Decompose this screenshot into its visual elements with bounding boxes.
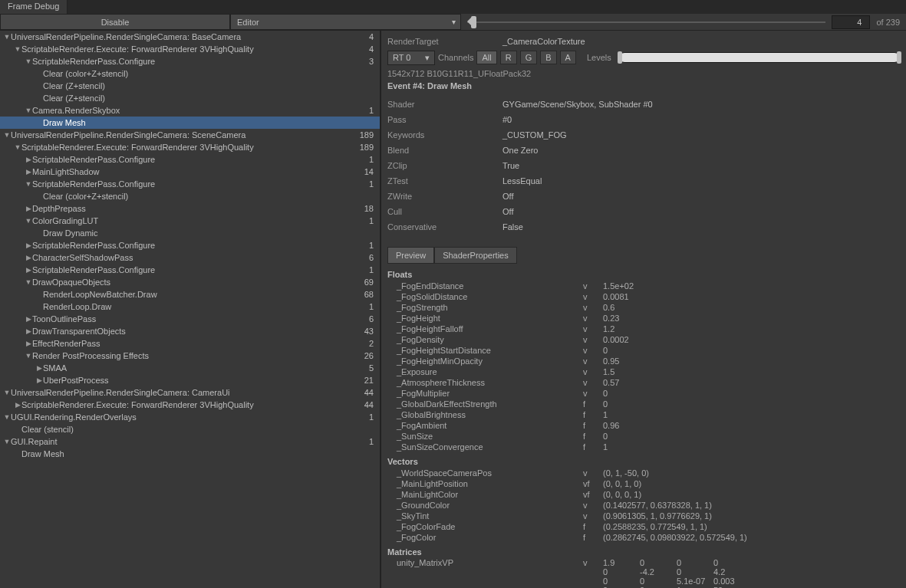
disable-button[interactable]: Disable [0, 14, 230, 30]
tree-row[interactable]: UniversalRenderPipeline.RenderSingleCame… [0, 31, 380, 43]
tree-row[interactable]: UGUI.Rendering.RenderOverlays1 [0, 411, 380, 423]
tree-label: GUI.Repaint [11, 437, 369, 446]
channel-r-button[interactable]: R [500, 51, 517, 64]
fold-toggle[interactable] [3, 131, 11, 139]
levels-slider[interactable] [619, 52, 900, 63]
tree-row[interactable]: GUI.Repaint1 [0, 435, 380, 448]
fold-toggle[interactable] [25, 241, 32, 249]
fold-toggle[interactable] [25, 254, 32, 261]
channel-b-button[interactable]: B [540, 51, 556, 64]
tree-count: 1 [369, 216, 374, 225]
tree-row[interactable]: ColorGradingLUT1 [0, 215, 380, 227]
fold-toggle[interactable] [14, 45, 21, 53]
tree-row[interactable]: UniversalRenderPipeline.RenderSingleCame… [0, 129, 380, 141]
state-label: Shader [387, 100, 502, 109]
event-index-input[interactable]: 4 [832, 15, 870, 29]
shader-state-row: ZWriteOff [387, 189, 900, 204]
prop-name: _GlobalDarkEffectStrength [387, 399, 583, 409]
preview-tab[interactable]: Preview [387, 247, 434, 264]
tree-row[interactable]: ScriptableRenderPass.Configure1 [0, 264, 380, 276]
tree-row[interactable]: Camera.RenderSkybox1 [0, 104, 380, 117]
target-dropdown[interactable]: Editor [230, 14, 461, 30]
tree-row[interactable]: Draw Dynamic [0, 227, 380, 239]
fold-toggle[interactable] [25, 327, 32, 335]
fold-toggle[interactable] [14, 401, 21, 409]
tree-row[interactable]: UberPostProcess21 [0, 374, 380, 386]
tree-row[interactable]: RenderLoop.Draw1 [0, 301, 380, 313]
tab-frame-debug[interactable]: Frame Debug [0, 0, 68, 14]
fold-toggle[interactable] [25, 180, 32, 188]
fold-toggle[interactable] [14, 143, 21, 151]
tree-row[interactable]: DrawTransparentObjects43 [0, 325, 380, 337]
tree-row[interactable]: Clear (color+Z+stencil) [0, 190, 380, 202]
fold-toggle[interactable] [3, 33, 11, 41]
tree-count: 1 [369, 412, 374, 422]
prop-value: (0, 1, -50, 0) [603, 468, 900, 478]
tree-row[interactable]: ScriptableRenderer.Execute: ForwardRende… [0, 399, 380, 411]
fold-toggle[interactable] [25, 205, 32, 212]
tree-label: Clear (Z+stencil) [43, 81, 374, 90]
tree-row[interactable]: ScriptableRenderPass.Configure1 [0, 239, 380, 251]
tree-row[interactable]: Draw Mesh [0, 117, 380, 129]
prop-value: 0.0002 [603, 335, 900, 344]
property-row: _FogColorf(0.2862745, 0.09803922, 0.5725… [387, 532, 900, 543]
channel-all-button[interactable]: All [476, 51, 496, 64]
fold-toggle[interactable] [25, 340, 32, 347]
prop-type: v [583, 314, 603, 323]
fold-toggle[interactable] [3, 413, 11, 421]
fold-toggle[interactable] [25, 168, 32, 176]
channel-g-button[interactable]: G [520, 51, 538, 64]
channel-a-button[interactable]: A [560, 51, 576, 64]
property-row: _FogMultiplierv0 [387, 388, 900, 399]
fold-toggle[interactable] [25, 278, 32, 286]
property-row: _FogColorFadef(0.2588235, 0.772549, 1, 1… [387, 521, 900, 532]
tree-row[interactable]: SMAA5 [0, 362, 380, 374]
fold-toggle[interactable] [25, 156, 32, 163]
matrix-cell: 0 [677, 567, 713, 577]
tree-row[interactable]: ToonOutlinePass6 [0, 313, 380, 325]
prop-name: _MainLightPosition [387, 479, 583, 488]
tree-label: DrawOpaqueObjects [32, 278, 364, 287]
fold-toggle[interactable] [3, 389, 11, 396]
tree-row[interactable]: Clear (color+Z+stencil) [0, 67, 380, 80]
tree-row[interactable]: ScriptableRenderer.Execute: ForwardRende… [0, 43, 380, 55]
tree-count: 14 [364, 167, 374, 176]
fold-toggle[interactable] [25, 266, 32, 274]
tree-row[interactable]: EffectRenderPass2 [0, 337, 380, 350]
prop-value: 0.23 [603, 314, 900, 323]
event-slider[interactable] [467, 21, 825, 23]
tree-row[interactable]: DepthPrepass18 [0, 202, 380, 215]
tree-row[interactable]: Draw Mesh [0, 448, 380, 460]
tree-row[interactable]: ScriptableRenderPass.Configure1 [0, 178, 380, 190]
slider-thumb[interactable] [471, 16, 476, 28]
tree-row[interactable]: ScriptableRenderPass.Configure3 [0, 55, 380, 67]
tree-count: 189 [360, 143, 374, 152]
tree-row[interactable]: Clear (stencil) [0, 423, 380, 435]
fold-toggle[interactable] [25, 57, 32, 65]
tree-row[interactable]: ScriptableRenderer.Execute: ForwardRende… [0, 141, 380, 153]
tree-row[interactable]: Clear (Z+stencil) [0, 80, 380, 92]
prop-type: f [583, 442, 603, 452]
tree-row[interactable]: CharacterSelfShadowPass6 [0, 251, 380, 264]
tree-row[interactable]: Clear (Z+stencil) [0, 92, 380, 104]
fold-toggle[interactable] [3, 438, 11, 445]
fold-toggle[interactable] [25, 352, 32, 360]
state-value: Off [502, 192, 513, 201]
fold-toggle[interactable] [25, 217, 32, 225]
tree-row[interactable]: MainLightShadow14 [0, 166, 380, 178]
tree-row[interactable]: ScriptableRenderPass.Configure1 [0, 153, 380, 166]
tree-row[interactable]: DrawOpaqueObjects69 [0, 276, 380, 288]
fold-toggle[interactable] [35, 364, 43, 372]
fold-toggle[interactable] [25, 315, 32, 323]
tree-row[interactable]: RenderLoopNewBatcher.Draw68 [0, 288, 380, 301]
fold-toggle[interactable] [25, 107, 32, 114]
rt-dropdown[interactable]: RT 0▾ [387, 51, 435, 65]
property-row: _GroundColorv(0.1402577, 0.6378328, 1, 1… [387, 500, 900, 511]
fold-toggle[interactable] [35, 376, 43, 384]
shader-properties-tab[interactable]: ShaderProperties [434, 247, 517, 264]
property-row: _SkyTintv(0.9061305, 1, 0.9776629, 1) [387, 511, 900, 521]
tree-row[interactable]: UniversalRenderPipeline.RenderSingleCame… [0, 386, 380, 399]
tree-label: RenderLoop.Draw [43, 302, 369, 311]
state-value: False [502, 222, 523, 232]
tree-row[interactable]: Render PostProcessing Effects26 [0, 350, 380, 362]
